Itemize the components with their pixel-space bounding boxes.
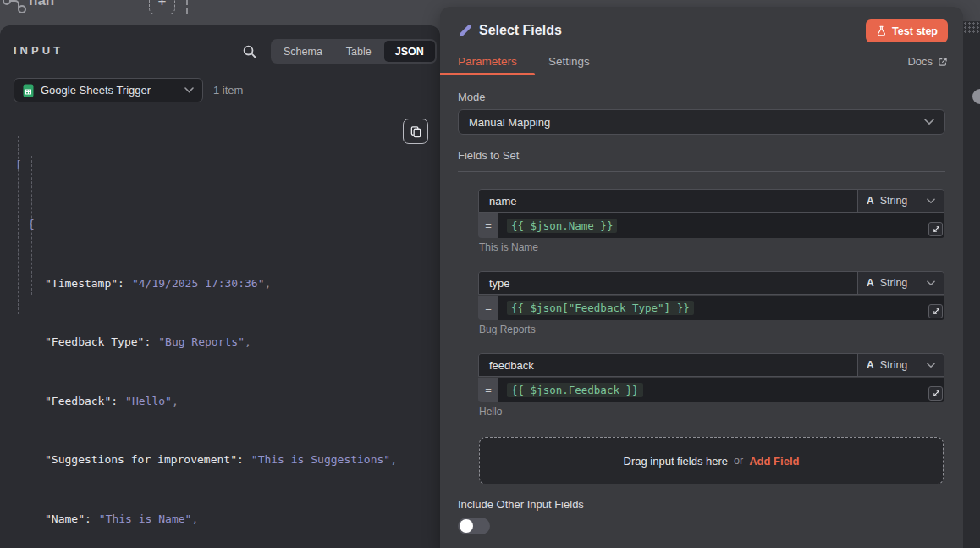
json-key: Name [45, 512, 85, 525]
connector-line [186, 0, 188, 14]
test-step-button[interactable]: Test step [866, 19, 948, 42]
fields-to-set-label: Fields to Set [458, 149, 519, 162]
expression-preview: This is Name [478, 241, 944, 253]
expression-mode-toggle[interactable]: = [478, 378, 498, 402]
open-expression-editor-icon[interactable] [928, 304, 943, 318]
docs-label: Docs [907, 55, 933, 68]
field-name-input[interactable]: type [479, 272, 857, 294]
mode-value: Manual Mapping [469, 116, 924, 129]
json-line: [ [14, 155, 397, 174]
docs-link[interactable]: Docs [907, 55, 948, 68]
drag-drop-zone[interactable]: Drag input fields here or Add Field [479, 437, 944, 484]
external-link-icon [938, 57, 948, 67]
type-letter-icon: A [867, 195, 874, 207]
field-name-row: type A String [478, 271, 944, 295]
tab-schema[interactable]: Schema [273, 41, 333, 62]
json-value: This is Suggestions [251, 453, 390, 466]
output-hatch-pattern [963, 21, 980, 33]
app-root: nan + INPUT Schema Table JSON [0, 0, 980, 548]
field-type-select[interactable]: A String [857, 354, 944, 376]
output-node-avatar [972, 89, 980, 104]
type-letter-icon: A [867, 359, 874, 371]
tab-parameters[interactable]: Parameters [458, 55, 517, 68]
expression-mode-toggle[interactable]: = [478, 213, 498, 238]
mode-select[interactable]: Manual Mapping [458, 109, 945, 135]
add-field-button[interactable]: Add Field [749, 455, 799, 468]
node-panel-header: Select Fields Test step Parameters Setti… [440, 7, 963, 75]
json-line: Name:This is Name, [14, 509, 397, 529]
node-detail-panel: Select Fields Test step Parameters Setti… [440, 7, 963, 548]
type-letter-icon: A [867, 277, 874, 289]
node-title: Select Fields [479, 23, 562, 38]
expression-input[interactable]: {{ $json.Feedback }} [498, 378, 944, 402]
copy-icon [410, 125, 422, 138]
add-node-button[interactable]: + [149, 0, 175, 14]
workflow-name[interactable]: nan [29, 0, 54, 9]
include-other-fields-label: Include Other Input Fields [458, 498, 584, 511]
tab-settings[interactable]: Settings [548, 55, 590, 68]
expression-text: {{ $json.Feedback }} [507, 383, 643, 397]
json-key: Timestamp [45, 277, 118, 290]
expression-input[interactable]: {{ $json["Feedback Type"] }} [498, 296, 944, 320]
expression-text: {{ $json.Name }} [507, 219, 617, 233]
input-panel: INPUT Schema Table JSON Google Sheets Tr… [0, 25, 440, 548]
chevron-down-icon [927, 280, 935, 286]
json-line: { [14, 214, 397, 234]
json-value: This is Name [99, 512, 192, 525]
expression-preview: Hello [478, 406, 944, 418]
test-step-label: Test step [892, 25, 938, 37]
field-expression-row: = {{ $json.Name }} [478, 213, 944, 238]
open-expression-editor-icon[interactable] [928, 386, 943, 401]
chevron-down-icon [924, 119, 934, 125]
chevron-down-icon [927, 363, 935, 368]
field-group-feedback: feedback A String = {{ $json.Feedback }} [478, 353, 944, 418]
json-line: Timestamp:4/19/2025 17:30:36, [14, 274, 397, 293]
field-group-name: name A String = {{ $json.Name }} [478, 189, 944, 253]
field-name-row: feedback A String [478, 353, 944, 377]
tab-json[interactable]: JSON [384, 41, 435, 62]
field-type-select[interactable]: A String [857, 272, 944, 294]
search-icon[interactable] [241, 43, 258, 60]
expression-input[interactable]: {{ $json.Name }} [498, 213, 944, 238]
workflow-nodes-icon [2, 0, 27, 16]
copy-json-button[interactable] [403, 119, 428, 144]
include-other-fields-toggle[interactable] [458, 518, 490, 534]
drag-hint-text: Drag input fields here [624, 455, 729, 468]
json-value: 4/19/2025 17:30:36 [132, 277, 265, 290]
toggle-knob [460, 519, 473, 533]
json-viewer: [ { Timestamp:4/19/2025 17:30:36, Feedba… [14, 116, 397, 548]
field-name-row: name A String [478, 189, 944, 213]
expression-mode-toggle[interactable]: = [478, 296, 498, 320]
field-name-input[interactable]: name [479, 190, 857, 212]
field-name-input[interactable]: feedback [479, 354, 857, 376]
active-tab-underline [440, 73, 535, 75]
input-view-tabs: Schema Table JSON [271, 39, 437, 64]
field-expression-row: = {{ $json["Feedback Type"] }} [478, 296, 944, 320]
json-value: Hello [125, 395, 172, 407]
flask-icon [876, 25, 887, 36]
pencil-icon [457, 23, 473, 39]
expression-preview: Bug Reports [478, 324, 944, 335]
open-expression-editor-icon[interactable] [928, 222, 943, 236]
divider [458, 171, 945, 172]
json-line: Suggestions for improvement:This is Sugg… [14, 450, 397, 469]
chevron-down-icon [184, 87, 194, 93]
expression-text: {{ $json["Feedback Type"] }} [507, 301, 694, 315]
json-key: Suggestions for improvement [45, 453, 237, 466]
plus-icon: + [158, 0, 167, 10]
tab-table[interactable]: Table [335, 41, 383, 62]
field-type-select[interactable]: A String [857, 190, 944, 212]
json-value: Bug Reports [158, 335, 245, 348]
source-node-label: Google Sheets Trigger [41, 84, 178, 97]
json-line: Feedback:Hello, [14, 391, 397, 411]
drag-or-text: or [734, 455, 743, 467]
input-panel-title: INPUT [14, 44, 63, 57]
chevron-down-icon [927, 198, 935, 204]
mode-label: Mode [458, 91, 486, 103]
input-source-select[interactable]: Google Sheets Trigger [14, 78, 203, 102]
json-line: Feedback Type:Bug Reports, [14, 332, 397, 351]
json-key: Feedback Type [45, 335, 144, 348]
output-panel-edge [963, 21, 980, 548]
json-key: Feedback [45, 395, 111, 407]
items-count: 1 item [213, 84, 243, 97]
